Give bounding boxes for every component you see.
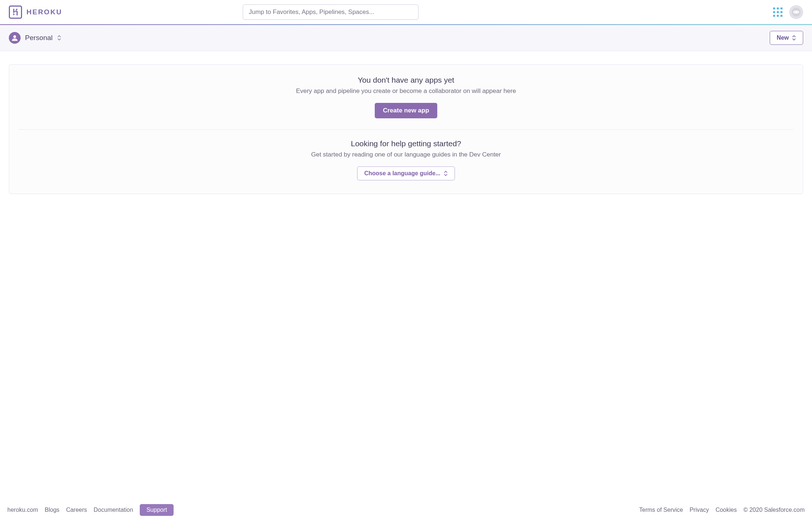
footer: heroku.com Blogs Careers Documentation S…	[0, 499, 812, 521]
language-guide-button[interactable]: Choose a language guide...	[357, 166, 455, 180]
context-bar: Personal New	[0, 25, 812, 51]
svg-point-1	[794, 12, 795, 13]
empty-state-card: You don't have any apps yet Every app an…	[9, 64, 803, 194]
ninja-avatar-icon	[791, 7, 801, 17]
chevron-updown-icon	[792, 35, 796, 40]
svg-point-3	[13, 35, 16, 38]
footer-link-documentation[interactable]: Documentation	[94, 507, 133, 513]
empty-subtitle: Every app and pipeline you create or bec…	[17, 87, 795, 95]
empty-title: You don't have any apps yet	[17, 76, 795, 85]
create-new-app-button[interactable]: Create new app	[375, 103, 437, 118]
header-right	[773, 5, 803, 19]
footer-link-careers[interactable]: Careers	[66, 507, 87, 513]
help-title: Looking for help getting started?	[17, 139, 795, 148]
top-header: HEROKU	[0, 0, 812, 25]
heroku-logo-icon	[9, 6, 22, 19]
brand-text: HEROKU	[26, 8, 62, 16]
new-button[interactable]: New	[770, 31, 803, 45]
team-selector[interactable]: Personal	[9, 32, 61, 44]
language-guide-label: Choose a language guide...	[364, 170, 440, 177]
main-content: You don't have any apps yet Every app an…	[0, 51, 812, 499]
footer-link-home[interactable]: heroku.com	[7, 507, 38, 513]
footer-link-blogs[interactable]: Blogs	[45, 507, 60, 513]
divider	[19, 129, 793, 130]
team-label: Personal	[25, 34, 53, 42]
account-menu[interactable]	[789, 5, 803, 19]
footer-link-tos[interactable]: Terms of Service	[639, 507, 683, 513]
support-button[interactable]: Support	[140, 504, 174, 516]
svg-point-2	[797, 12, 798, 13]
brand[interactable]: HEROKU	[9, 6, 62, 19]
chevron-updown-icon	[57, 35, 61, 40]
footer-link-cookies[interactable]: Cookies	[716, 507, 737, 513]
new-button-label: New	[777, 35, 789, 41]
footer-right: Terms of Service Privacy Cookies © 2020 …	[639, 507, 805, 513]
footer-left: heroku.com Blogs Careers Documentation S…	[7, 504, 174, 516]
chevron-updown-icon	[444, 171, 448, 176]
person-icon	[9, 32, 21, 44]
footer-link-privacy[interactable]: Privacy	[690, 507, 709, 513]
global-search	[243, 4, 419, 20]
search-input[interactable]	[243, 4, 419, 20]
copyright: © 2020 Salesforce.com	[743, 507, 805, 513]
help-subtitle: Get started by reading one of our langua…	[17, 151, 795, 158]
app-switcher-icon[interactable]	[773, 7, 783, 17]
